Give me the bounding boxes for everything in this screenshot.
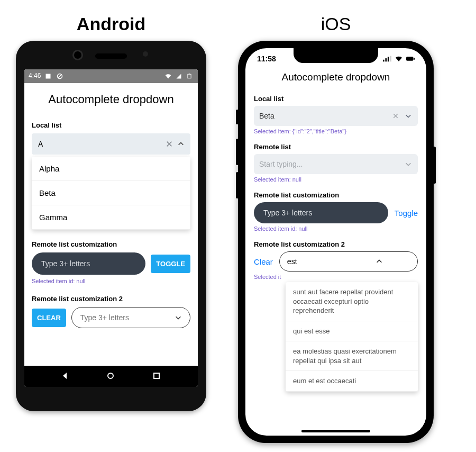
platform-label-android: Android xyxy=(77,14,145,34)
list-item[interactable]: Beta xyxy=(32,181,190,205)
wifi-icon xyxy=(395,55,403,63)
remote-custom2-dropdown: sunt aut facere repellat provident occae… xyxy=(286,282,418,392)
clear-button[interactable]: Clear xyxy=(254,257,273,266)
svg-rect-4 xyxy=(189,74,190,74)
svg-rect-12 xyxy=(414,58,415,60)
selected-hint: Selected item id: null xyxy=(32,278,190,284)
chevron-down-icon[interactable] xyxy=(174,313,182,322)
nav-back-icon[interactable] xyxy=(61,372,70,381)
chevron-down-icon[interactable] xyxy=(404,160,413,168)
chevron-up-icon[interactable] xyxy=(349,257,410,266)
remote-custom-input[interactable]: Type 3+ letters xyxy=(254,202,388,223)
input-placeholder: Type 3+ letters xyxy=(41,259,90,268)
svg-rect-3 xyxy=(188,74,191,78)
donotdisturb-icon xyxy=(56,72,64,80)
battery-icon xyxy=(185,72,194,80)
svg-point-5 xyxy=(108,373,113,378)
remote-custom2-value: est xyxy=(287,257,349,266)
list-item[interactable]: Alpha xyxy=(32,157,190,181)
local-list-heading: Local list xyxy=(254,95,418,103)
platform-label-ios: iOS xyxy=(321,14,351,34)
remote-custom-heading: Remote list customization xyxy=(254,191,418,199)
clear-button[interactable]: CLEAR xyxy=(32,309,66,327)
selected-hint: Selected it xyxy=(254,274,418,280)
input-placeholder: Type 3+ letters xyxy=(263,209,312,217)
svg-rect-0 xyxy=(46,74,51,79)
svg-rect-8 xyxy=(385,58,387,61)
square-icon xyxy=(44,72,52,80)
selected-hint: Selected item: null xyxy=(254,176,418,183)
android-device-frame: 4:46 xyxy=(16,41,206,411)
local-list-value: Beta xyxy=(259,112,387,120)
toggle-button[interactable]: Toggle xyxy=(395,209,418,218)
chevron-up-icon[interactable] xyxy=(177,140,185,148)
remote-custom2-heading: Remote list customization 2 xyxy=(254,240,418,248)
cell-signal-icon xyxy=(383,55,391,63)
clear-icon[interactable] xyxy=(391,112,400,120)
remote-custom2-input[interactable] xyxy=(71,307,190,328)
remote-custom2-input[interactable]: est xyxy=(279,251,418,272)
svg-rect-11 xyxy=(406,57,414,60)
svg-rect-7 xyxy=(383,60,385,62)
nav-recent-icon[interactable] xyxy=(152,372,162,381)
remote-list-input[interactable]: Start typing... xyxy=(254,154,418,174)
home-indicator[interactable] xyxy=(301,430,370,432)
remote-custom-input[interactable]: Type 3+ letters xyxy=(32,252,145,275)
local-list-input[interactable] xyxy=(32,133,190,155)
list-item[interactable]: ea molestias quasi exercitationem repell… xyxy=(286,341,418,371)
cell-signal-icon xyxy=(175,72,183,80)
svg-rect-10 xyxy=(390,56,391,62)
android-nav-bar xyxy=(24,366,198,387)
toggle-button[interactable]: TOGGLE xyxy=(151,255,190,273)
local-list-textfield[interactable] xyxy=(37,139,162,149)
local-list-dropdown: Alpha Beta Gamma xyxy=(32,157,190,230)
remote-list-heading: Remote list xyxy=(254,143,418,151)
remote-custom2-heading: Remote list customization 2 xyxy=(32,295,190,303)
list-item[interactable]: eum et est occaecati xyxy=(286,371,418,392)
svg-rect-6 xyxy=(154,373,159,378)
svg-line-2 xyxy=(58,75,61,78)
local-list-input[interactable]: Beta xyxy=(254,106,418,126)
android-status-bar: 4:46 xyxy=(24,69,198,83)
clear-icon[interactable] xyxy=(165,140,173,148)
nav-home-icon[interactable] xyxy=(106,372,116,381)
input-placeholder: Start typing... xyxy=(259,160,400,168)
remote-custom-heading: Remote list customization xyxy=(32,240,190,248)
chevron-down-icon[interactable] xyxy=(404,112,413,120)
selected-hint: Selected item id: null xyxy=(254,225,418,232)
svg-rect-9 xyxy=(388,57,389,61)
battery-icon xyxy=(406,55,415,63)
wifi-icon xyxy=(164,72,172,80)
ios-device-frame: 11:58 Autocomplete dropdow xyxy=(238,41,434,443)
remote-custom2-textfield[interactable] xyxy=(79,313,174,322)
selected-hint: Selected item: {"id":"2","title":"Beta"} xyxy=(254,128,418,134)
page-title: Autocomplete dropdown xyxy=(245,69,426,86)
status-time: 4:46 xyxy=(29,72,41,80)
list-item[interactable]: sunt aut facere repellat provident occae… xyxy=(286,282,418,321)
list-item[interactable]: Gamma xyxy=(32,205,190,230)
page-title: Autocomplete dropdown xyxy=(24,83,198,111)
list-item[interactable]: qui est esse xyxy=(286,321,418,342)
status-time: 11:58 xyxy=(257,55,276,63)
local-list-heading: Local list xyxy=(32,121,190,129)
